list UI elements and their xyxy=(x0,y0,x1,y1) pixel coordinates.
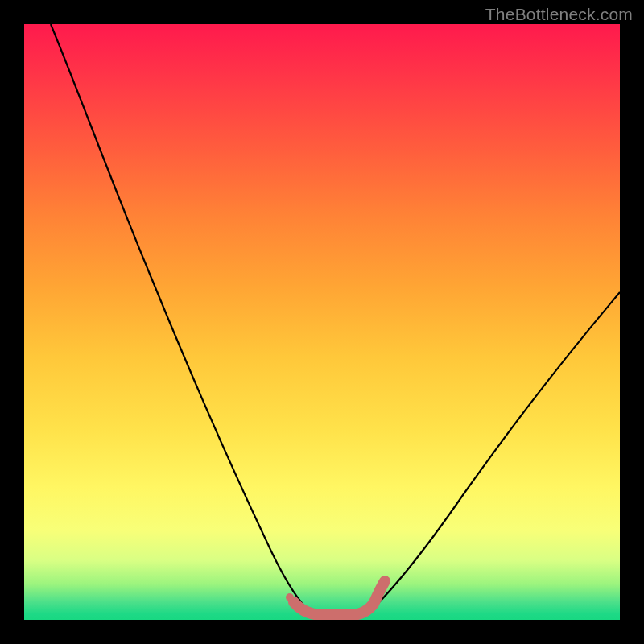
plot-area xyxy=(24,24,620,620)
watermark-text: TheBottleneck.com xyxy=(485,5,633,24)
left-curve xyxy=(51,24,308,609)
valley-dot xyxy=(286,593,294,601)
right-curve xyxy=(372,292,620,609)
chart-frame: TheBottleneck.com xyxy=(0,0,644,644)
valley-marker xyxy=(294,581,385,615)
curve-layer xyxy=(24,24,620,620)
